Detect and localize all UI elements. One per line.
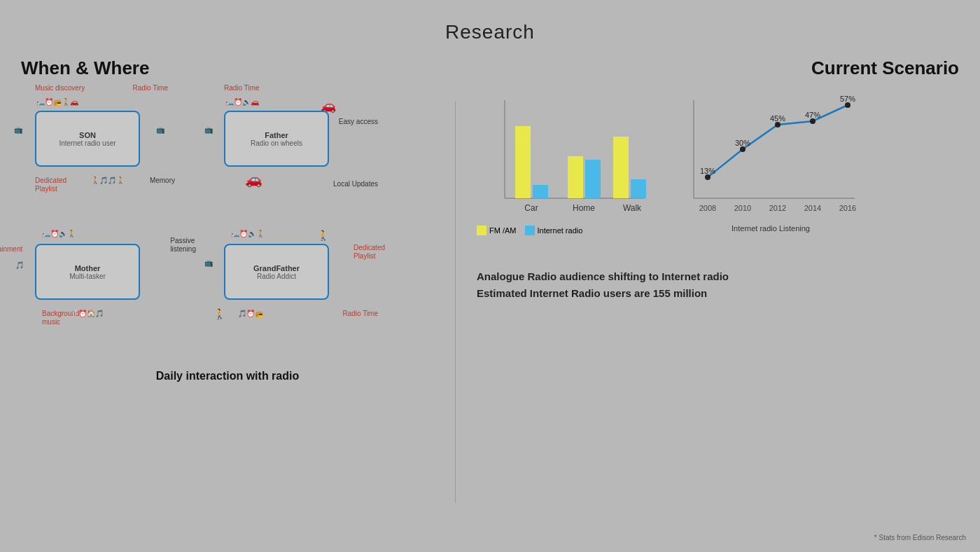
mother-bottom-icons: 🍴⏰🏠🎵 [70, 310, 104, 317]
son-label-memory: Memory [150, 177, 175, 184]
mother-box: Mother Multi-tasker [35, 244, 140, 300]
mother-name: Mother [75, 264, 101, 272]
son-box: SON Internet radio user [35, 111, 140, 167]
gf-bottom-icons: 🎵⏰📻 [238, 310, 263, 317]
bar-legend: FM /AM Internet radio [477, 226, 659, 235]
legend-internet-color [525, 226, 535, 235]
son-quadrant: Music discovery Radio Time 🛏️⏰📻🚶🚗 SON In… [35, 97, 140, 167]
father-icons-top: 🛏️⏰🔊🚗 [225, 98, 259, 106]
mother-icons-top: 🛏️⏰🔊🚶 [42, 230, 76, 237]
mother-label-passive: Passivelistening [170, 237, 196, 254]
gf-bottom-walk: 🚶 [214, 308, 225, 319]
left-panel-title: When & Where [21, 57, 434, 79]
bar-car-fmam [515, 126, 531, 198]
gf-box: GrandFather Radio Addict [224, 244, 329, 300]
grandfather-quadrant: 🛏️⏰🔊🚶 🚶 GrandFather Radio Addict 📺 Dedic… [224, 230, 329, 300]
svg-text:2012: 2012 [769, 204, 786, 212]
svg-text:Car: Car [524, 203, 538, 213]
bar-car-internet [533, 185, 548, 198]
son-left-icons: 📺 [14, 126, 22, 134]
father-label-radiotime: Radio Time [224, 84, 260, 92]
gf-label-playlist: DedicatedPlaylist [354, 244, 385, 261]
point-2014 [810, 118, 816, 124]
father-label-access: Easy access [339, 118, 378, 125]
stats-footnote: * Stats from Edison Research [874, 534, 966, 541]
svg-text:45%: 45% [770, 114, 785, 123]
bar-chart: Car Home Walk FM /AM [477, 93, 659, 247]
svg-text:Home: Home [573, 203, 595, 213]
gf-icons-top: 🛏️⏰🔊🚶 [231, 230, 265, 237]
bar-chart-svg: Car Home Walk [477, 93, 659, 219]
father-role: Radio on wheels [251, 139, 302, 147]
mother-left-icon: 🎵 [15, 261, 24, 269]
line-chart: 13% 30% 45% 47% 57% 2008 2010 2012 2014 … [673, 93, 869, 247]
personas-diagram: Music discovery Radio Time 🛏️⏰📻🚶🚗 SON In… [21, 90, 434, 328]
bar-home-internet [585, 160, 601, 198]
left-panel: When & Where Music discovery Radio Time … [0, 50, 455, 552]
point-2012 [775, 122, 780, 127]
summary-line1: Analogue Radio audience shifting to Inte… [477, 268, 959, 285]
son-icons-top: 🛏️⏰📻🚶🚗 [36, 98, 78, 106]
svg-text:30%: 30% [735, 139, 750, 147]
right-panel-title: Current Scenario [477, 57, 959, 79]
gf-left-icon: 📺 [204, 259, 213, 267]
svg-text:57%: 57% [840, 95, 855, 103]
summary-line2: Estimated Internet Radio users are 155 m… [477, 285, 959, 302]
mother-quadrant: AudioEntertainment 🛏️⏰🔊🚶 Passivelistenin… [35, 230, 140, 300]
father-label-updates: Local Updates [333, 180, 378, 188]
mother-role: Multi-tasker [69, 272, 106, 280]
son-bottom-icons: 🚶🎵🎵🚶 [91, 177, 125, 184]
father-name: Father [265, 131, 288, 139]
bar-home-fmam [568, 156, 583, 198]
gf-name: GrandFather [253, 264, 300, 272]
gf-label-radiotime: Radio Time [342, 310, 378, 317]
charts-area: Car Home Walk FM /AM [477, 93, 959, 247]
right-panel: Current Scenario Car [456, 50, 980, 552]
point-2010 [740, 146, 746, 152]
left-caption: Daily interaction with radio [21, 370, 434, 382]
legend-internet-label: Internet radio [538, 226, 583, 235]
gf-walk-icon: 🚶 [317, 230, 329, 241]
svg-text:13%: 13% [700, 167, 715, 175]
legend-fmam-color [477, 226, 486, 235]
point-2008 [705, 174, 710, 180]
right-summary: Analogue Radio audience shifting to Inte… [477, 268, 959, 302]
son-label-music: Music discovery [35, 84, 85, 92]
father-left-icons: 📺 [204, 126, 213, 134]
line-chart-svg: 13% 30% 45% 47% 57% 2008 2010 2012 2014 … [673, 93, 869, 219]
svg-text:2014: 2014 [804, 204, 821, 212]
son-right-icons: 📺 [156, 126, 164, 134]
svg-text:47%: 47% [805, 111, 820, 119]
point-2016 [845, 102, 850, 108]
mother-label-audio: AudioEntertainment [0, 237, 22, 254]
father-bottom-car: 🚗 [245, 171, 262, 188]
son-name: SON [79, 131, 96, 139]
son-label-playlist: DedicatedPlaylist [35, 177, 66, 193]
legend-fmam-label: FM /AM [489, 226, 517, 235]
svg-text:2008: 2008 [699, 204, 716, 212]
bar-walk-internet [631, 179, 646, 198]
page-title: Research [0, 0, 980, 43]
line-chart-title: Internet radio Listening [673, 224, 869, 233]
father-box: Father Radio on wheels [224, 111, 329, 167]
svg-text:2010: 2010 [734, 204, 751, 212]
son-role: Internet radio user [59, 139, 115, 147]
gf-role: Radio Addict [257, 272, 296, 280]
father-quadrant: Radio Time 🛏️⏰🔊🚗 🚗 Father Radio on wheel… [224, 97, 329, 167]
son-label-radiotime: Radio Time [132, 84, 168, 92]
svg-text:Walk: Walk [623, 203, 642, 213]
svg-text:2016: 2016 [839, 204, 856, 212]
bar-walk-fmam [613, 137, 629, 198]
